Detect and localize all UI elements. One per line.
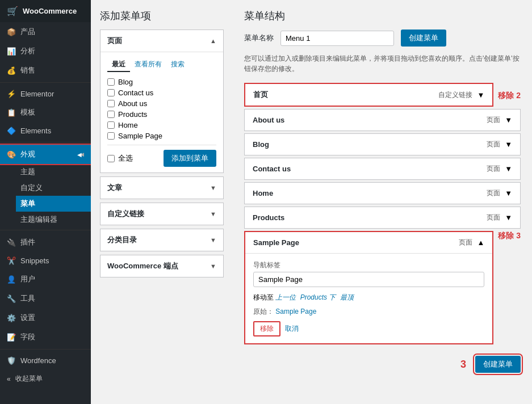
sidebar-item-label: 模板 [20, 107, 35, 117]
plugins-icon: 🔌 [7, 238, 16, 247]
create-menu-button-bottom[interactable]: 创建菜单 [475, 356, 521, 373]
woo-accordion-header[interactable]: WooCommerce 端点 ▼ [100, 255, 223, 277]
sidebar-item-snippets[interactable]: ✂️ Snippets [0, 252, 91, 270]
sidebar-item-customize[interactable]: 自定义 [16, 180, 91, 196]
blog-item-right: 页面 ▼ [487, 140, 512, 149]
tab-search[interactable]: 搜索 [166, 58, 189, 72]
analytics-icon: 📊 [7, 47, 16, 56]
menu-item-homepage-header[interactable]: 首页 自定义链接 ▼ [245, 84, 492, 106]
sidebar-item-menus[interactable]: 菜单 [16, 196, 91, 212]
about-item-title: About us [253, 116, 284, 124]
sidebar-item-fields[interactable]: 📝 字段 [0, 327, 91, 347]
menu-item-home-header[interactable]: Home 页面 ▼ [245, 183, 520, 204]
original-label-row: 原始： Sample Page [253, 307, 484, 317]
sidebar-item-label: 用户 [20, 274, 35, 284]
page-item-blog[interactable]: Blog [107, 78, 216, 86]
select-all-checkbox[interactable] [107, 155, 115, 162]
page-item-products[interactable]: Products [107, 110, 216, 119]
sidebar-arrow-icon: ◀ [77, 152, 82, 158]
page-item-contact[interactable]: Contact us [107, 89, 216, 97]
pages-accordion-header[interactable]: 页面 ▲ [100, 30, 223, 52]
tab-view-all[interactable]: 查看所有 [130, 58, 166, 72]
custom-links-arrow: ▼ [210, 211, 216, 217]
menu-item-home: Home 页面 ▼ [244, 182, 521, 204]
woocommerce-icon: 🛒 [7, 6, 18, 16]
articles-accordion-header[interactable]: 文章 ▼ [100, 177, 223, 199]
articles-accordion: 文章 ▼ [100, 176, 224, 199]
homepage-item-type: 自定义链接 [438, 90, 472, 100]
sidebar-item-label: Wordfence [20, 356, 56, 365]
page-checkbox-home[interactable] [107, 121, 115, 129]
page-item-home[interactable]: Home [107, 121, 216, 129]
select-all-label[interactable]: 全选 [107, 153, 133, 163]
menu-item-products: Products 页面 ▼ [244, 207, 521, 229]
annotation-remove-2: 移除 2 [498, 91, 521, 101]
sidebar-item-themes[interactable]: 主题 [16, 164, 91, 180]
sidebar-item-label: 菜单 [20, 199, 35, 209]
sidebar-logo-label: WooCommerce [23, 7, 77, 15]
page-item-about[interactable]: About us [107, 99, 216, 108]
tools-icon: 🔧 [7, 294, 16, 303]
sidebar-item-label: Elements [20, 127, 51, 135]
sidebar-item-wordfence[interactable]: 🛡️ Wordfence [0, 352, 91, 369]
menu-item-sample: Sample Page 页面 ▲ 导航标签 移动至 上一位 Products 下 [244, 231, 493, 344]
menu-item-products-header[interactable]: Products 页面 ▼ [245, 207, 520, 228]
sidebar-item-analytics[interactable]: 📊 分析 [0, 41, 91, 61]
about-item-right: 页面 ▼ [487, 115, 512, 125]
sidebar-item-products[interactable]: 📦 产品 [0, 22, 91, 41]
sidebar-item-appearance[interactable]: 🎨 外观 ◀ 1 [0, 145, 91, 164]
sidebar-item-tools[interactable]: 🔧 工具 [0, 289, 91, 308]
create-menu-button-top[interactable]: 创建菜单 [401, 30, 446, 47]
remove-button[interactable]: 移除 [253, 321, 280, 336]
page-label-sample: Sample Page [118, 132, 162, 140]
page-checkbox-blog[interactable] [107, 78, 115, 86]
sidebar-item-templates[interactable]: 📋 模板 [0, 103, 91, 122]
contact-chevron-icon: ▼ [505, 165, 512, 173]
move-top-link[interactable]: 最顶 [340, 293, 354, 301]
sidebar-item-elementor[interactable]: ⚡ Elementor [0, 85, 91, 103]
nav-label-input[interactable] [253, 272, 484, 287]
contact-item-type: 页面 [487, 164, 500, 174]
annotation-remove-3: 移除 3 [498, 231, 521, 241]
page-checkbox-about[interactable] [107, 100, 115, 107]
appearance-icon: 🎨 [7, 150, 16, 159]
add-to-menu-button[interactable]: 添加到菜单 [164, 150, 216, 167]
sidebar-item-label: 插件 [20, 237, 35, 247]
page-checkbox-sample[interactable] [107, 132, 115, 140]
menu-description: 您可以通过加入或删除项目来编辑此菜单，并将项目拖动到您喜欢的顺序。点击'创建菜单… [244, 53, 521, 74]
sidebar-item-plugins[interactable]: 🔌 插件 [0, 233, 91, 252]
menu-item-sample-header[interactable]: Sample Page 页面 ▲ [245, 232, 492, 253]
move-up-link[interactable]: 上一位 [275, 293, 296, 301]
nav-label-text: 导航标签 [253, 260, 484, 270]
custom-links-accordion-header[interactable]: 自定义链接 ▼ [100, 203, 223, 225]
select-all-text: 全选 [118, 153, 133, 163]
categories-label: 分类目录 [107, 235, 137, 245]
sidebar-logo[interactable]: 🛒 WooCommerce [0, 0, 91, 22]
move-links: 移动至 上一位 Products 下 最顶 [253, 293, 484, 302]
sidebar-item-users[interactable]: 👤 用户 [0, 270, 91, 289]
page-item-sample[interactable]: Sample Page [107, 132, 216, 140]
move-under-products-link[interactable]: Products 下 [300, 293, 336, 301]
tab-recent[interactable]: 最近 [107, 58, 130, 72]
page-checkbox-products[interactable] [107, 111, 115, 118]
sidebar-item-theme-editor[interactable]: 主题编辑器 [16, 212, 91, 228]
pages-tabs: 最近 查看所有 搜索 [107, 58, 216, 72]
menu-item-blog-header[interactable]: Blog 页面 ▼ [245, 134, 520, 155]
original-link[interactable]: Sample Page [275, 308, 316, 315]
menu-item-contact-header[interactable]: Contact us 页面 ▼ [245, 158, 520, 179]
blog-item-title: Blog [253, 140, 269, 149]
page-checkbox-contact[interactable] [107, 89, 115, 96]
sidebar-item-collapse[interactable]: « 收起菜单 [0, 369, 91, 388]
right-panel: 菜单结构 菜单名称 创建菜单 您可以通过加入或删除项目来编辑此菜单，并将项目拖动… [233, 0, 532, 404]
cancel-button[interactable]: 取消 [285, 324, 299, 334]
sidebar-item-elements[interactable]: 🔷 Elements [0, 122, 91, 140]
pages-checkbox-list: Blog Contact us About us Products [107, 78, 216, 140]
sidebar-item-settings[interactable]: ⚙️ 设置 [0, 308, 91, 327]
menu-item-about-header[interactable]: About us 页面 ▼ [245, 110, 520, 131]
about-chevron-icon: ▼ [505, 116, 512, 124]
menu-name-input[interactable] [280, 31, 394, 46]
sidebar-item-sales[interactable]: 💰 销售 [0, 61, 91, 80]
fields-icon: 📝 [7, 333, 16, 342]
products-item-type: 页面 [487, 213, 500, 222]
categories-accordion-header[interactable]: 分类目录 ▼ [100, 229, 223, 251]
